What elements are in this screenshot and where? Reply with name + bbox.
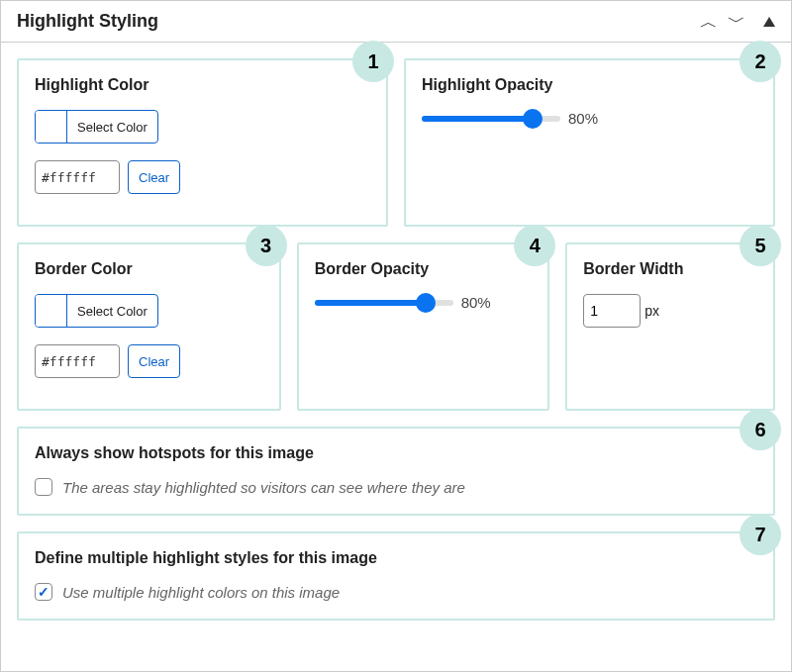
border-opacity-value: 80% [461,294,491,311]
row-2: 3 Border Color Select Color Clear 4 Bord… [17,242,775,411]
panel-header: Highlight Styling ︿ ﹀ [1,1,791,43]
border-color-clear-button[interactable]: Clear [128,344,180,378]
panel: Highlight Styling ︿ ﹀ 1 Highlight Color … [0,0,792,672]
always-show-checkbox[interactable] [35,478,52,496]
border-opacity-card: 4 Border Opacity 80% [297,242,550,411]
highlight-color-hex-input[interactable] [35,160,120,194]
panel-body: 1 Highlight Color Select Color Clear 2 H… [1,43,791,636]
slider-thumb[interactable] [523,109,543,129]
highlight-color-select-label: Select Color [67,120,157,135]
multiple-styles-card: 7 Define multiple highlight styles for t… [17,531,775,621]
highlight-color-card: 1 Highlight Color Select Color Clear [17,58,388,227]
row-4: 7 Define multiple highlight styles for t… [17,531,775,621]
badge-3: 3 [246,225,287,266]
border-color-card: 3 Border Color Select Color Clear [17,242,281,411]
highlight-color-swatch [36,111,67,143]
move-up-icon[interactable]: ︿ [700,13,718,31]
row-1: 1 Highlight Color Select Color Clear 2 H… [17,58,775,227]
badge-7: 7 [740,514,781,555]
border-width-unit: px [644,303,659,319]
badge-5: 5 [740,225,781,266]
slider-fill [422,116,533,122]
badge-6: 6 [740,409,781,450]
border-width-card: 5 Border Width px [565,242,775,411]
border-width-input[interactable] [583,294,641,328]
highlight-color-title: Highlight Color [35,76,370,94]
always-show-title: Always show hotspots for this image [35,444,757,462]
always-show-hint: The areas stay highlighted so visitors c… [62,479,465,496]
border-opacity-slider[interactable] [315,296,453,310]
highlight-opacity-slider[interactable] [422,112,560,126]
highlight-opacity-title: Highlight Opacity [422,76,757,94]
border-color-select-button[interactable]: Select Color [35,294,158,328]
badge-1: 1 [352,41,394,82]
multiple-styles-checkbox[interactable] [35,583,52,601]
panel-title: Highlight Styling [17,11,158,32]
row-3: 6 Always show hotspots for this image Th… [17,427,775,516]
highlight-color-select-button[interactable]: Select Color [35,110,158,144]
slider-fill [315,300,426,306]
highlight-opacity-card: 2 Highlight Opacity 80% [404,58,775,227]
border-color-swatch [36,295,67,327]
border-color-hex-input[interactable] [35,344,120,378]
border-opacity-title: Border Opacity [315,260,533,278]
multiple-styles-hint: Use multiple highlight colors on this im… [62,584,340,601]
slider-thumb[interactable] [416,293,436,313]
badge-2: 2 [740,41,781,82]
highlight-opacity-value: 80% [568,110,598,127]
panel-actions: ︿ ﹀ [700,13,775,31]
border-width-title: Border Width [583,260,757,278]
move-down-icon[interactable]: ﹀ [728,13,745,31]
collapse-icon[interactable] [763,17,775,27]
border-color-title: Border Color [35,260,263,278]
border-color-select-label: Select Color [67,304,157,319]
always-show-card: 6 Always show hotspots for this image Th… [17,427,775,516]
highlight-color-clear-button[interactable]: Clear [128,160,180,194]
badge-4: 4 [514,225,555,266]
multiple-styles-title: Define multiple highlight styles for thi… [35,549,757,567]
